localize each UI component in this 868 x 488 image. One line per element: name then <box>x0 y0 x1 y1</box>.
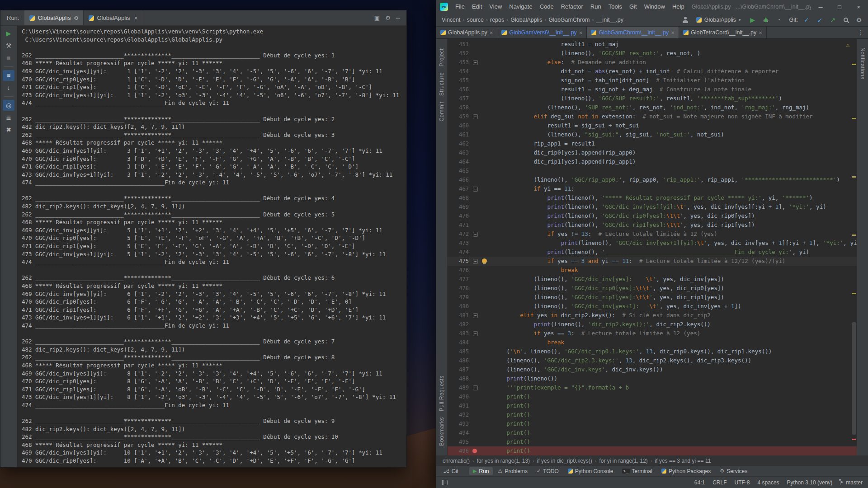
code-line[interactable]: 480 (lineno(), 'GGC/dic_inv[yes+1]: \t',… <box>448 302 857 311</box>
code-editor[interactable]: 451 result1 = not_maj452 (lineno(), 'GGC… <box>448 39 857 455</box>
nav-breadcrumb-item[interactable]: GlobGamChrom <box>547 17 590 23</box>
status-indent[interactable]: 4 spaces <box>758 479 779 486</box>
line-number[interactable]: 468 <box>448 193 471 202</box>
stripe-button-commit[interactable]: Commit <box>439 102 445 122</box>
code-line[interactable]: 464 dic_rip1[yes].append(rip_app1) <box>448 157 857 166</box>
line-number[interactable]: 454 <box>448 67 471 76</box>
code-line[interactable]: 474 print(lineno(), '___________________… <box>448 248 857 257</box>
toolwindow-button-services[interactable]: ⚙Services <box>716 467 751 475</box>
breadcrumb-item[interactable]: chromatic() <box>443 458 470 464</box>
code-line[interactable]: 473 print(lineno(), 'GGC/dic_inv[yes+1][… <box>448 239 857 248</box>
line-number[interactable]: 482 <box>448 320 471 329</box>
pin-icon[interactable] <box>74 15 79 20</box>
fold-icon[interactable]: − <box>473 232 478 237</box>
stripe-button-project[interactable]: Project <box>439 48 445 66</box>
line-number[interactable]: 466 <box>448 175 471 184</box>
code-line[interactable]: 487 (lineno(), 'GGC/dic_inv.keys', dic_i… <box>448 365 857 374</box>
close-icon[interactable]: × <box>134 14 137 22</box>
run-tab[interactable]: GlobalApplis <box>24 10 84 25</box>
breadcrumb-item[interactable]: for yes in range(1, 13) <box>477 458 530 464</box>
status-encoding[interactable]: UTF-8 <box>735 479 750 486</box>
stripe-button-bookmarks[interactable]: Bookmarks <box>439 417 445 446</box>
run-button[interactable]: ▶ <box>748 15 757 24</box>
line-number[interactable]: 477 <box>448 275 471 284</box>
code-line[interactable]: 463 dic_rip0[yes].append(rip_app0) <box>448 148 857 157</box>
close-icon[interactable]: × <box>579 29 583 36</box>
run-tab[interactable]: GlobalApplis× <box>84 10 143 25</box>
line-number[interactable]: 465 <box>448 166 471 175</box>
stripe-button-pull-requests[interactable]: Pull Requests <box>439 375 445 411</box>
fold-icon[interactable]: − <box>473 259 478 264</box>
code-line[interactable]: 486 (lineno(), 'GGC/dic_rip2.3.keys:', 1… <box>448 356 857 365</box>
intention-bulb-icon[interactable] <box>482 258 487 263</box>
toolwindow-button-run[interactable]: ▶Run <box>469 467 492 475</box>
line-number[interactable]: 485 <box>448 347 471 356</box>
code-line[interactable]: 496 print() <box>448 446 857 455</box>
fold-icon[interactable]: − <box>473 313 478 318</box>
code-line[interactable]: 479 (lineno(), 'GGC/dic_rip1[yes]:\t\t',… <box>448 293 857 302</box>
menu-refactor[interactable]: Refactor <box>557 0 587 14</box>
code-line[interactable]: 475− if yes == 3 and yi == 11: # Lecture… <box>448 257 857 266</box>
menu-window[interactable]: Window <box>641 0 669 14</box>
code-line[interactable]: 484 break <box>448 338 857 347</box>
code-line[interactable]: 469 print(lineno(), 'GGC/dic_inv[yes][yi… <box>448 202 857 211</box>
toolwindow-button-python-console[interactable]: Python Console <box>564 467 617 475</box>
line-number[interactable]: 452 <box>448 49 471 58</box>
menu-view[interactable]: View <box>486 0 505 14</box>
minimize-button[interactable]: ─ <box>811 0 830 14</box>
search-icon[interactable] <box>841 15 850 24</box>
code-line[interactable]: 489− '''print(exemple = "{}".format(a + … <box>448 383 857 392</box>
editor-tab[interactable]: GlobGamChrom\__init__.py× <box>587 27 679 38</box>
code-line[interactable]: 483− if yes == 3: # Lecture totale limit… <box>448 329 857 338</box>
inspections-widget[interactable]: ⚠ <box>846 40 849 49</box>
line-number[interactable]: 456 <box>448 85 471 94</box>
code-line[interactable]: 482 print(lineno(), 'dic_rip2.keys():', … <box>448 320 857 329</box>
git-commit-check-icon[interactable]: ✓ <box>802 15 811 24</box>
line-number[interactable]: 462 <box>448 139 471 148</box>
code-line[interactable]: 491 print() <box>448 401 857 410</box>
fold-icon[interactable]: − <box>473 385 478 390</box>
code-line[interactable]: 490 print() <box>448 392 857 401</box>
line-number[interactable]: 475 <box>448 257 471 266</box>
menu-tools[interactable]: Tools <box>605 0 626 14</box>
menu-file[interactable]: File <box>452 0 468 14</box>
code-line[interactable]: 477 (lineno(), 'GGC/dic_inv[yes]: \t', y… <box>448 275 857 284</box>
line-number[interactable]: 457 <box>448 94 471 103</box>
line-number[interactable]: 489 <box>448 383 471 392</box>
run-window-titlebar[interactable]: Run: GlobalApplisGlobalApplis× ▣⚙─ <box>0 10 406 26</box>
breadcrumb-item[interactable]: if yes == 3 and yi == 11 <box>655 458 711 464</box>
nav-breadcrumb-item[interactable]: GlobalApplis <box>509 17 543 23</box>
breakpoint-icon[interactable] <box>472 449 477 453</box>
nav-breadcrumb-item[interactable]: repos <box>489 17 505 23</box>
scrollbar-thumb[interactable] <box>852 322 856 435</box>
code-line[interactable]: 468 print(lineno(), '***** Résultat prog… <box>448 193 857 202</box>
nav-breadcrumb-item[interactable]: Vincent <box>441 17 461 23</box>
line-number[interactable]: 493 <box>448 419 471 428</box>
line-number[interactable]: 496 <box>448 446 471 455</box>
line-number[interactable]: 451 <box>448 40 471 49</box>
line-number[interactable]: 472 <box>448 230 471 239</box>
code-line[interactable]: 476 break <box>448 266 857 275</box>
code-line[interactable]: 470 print(lineno(), 'GGC/dic_rip0[yes]:\… <box>448 211 857 221</box>
console-output[interactable]: C:\Users\Vincent\source\repos\GlobalAppl… <box>17 26 406 467</box>
fold-icon[interactable]: − <box>473 331 478 336</box>
fold-icon[interactable]: − <box>473 114 478 119</box>
status-interpreter[interactable]: Python 3.10 (venv) <box>787 479 833 486</box>
line-number[interactable]: 474 <box>448 248 471 257</box>
fold-icon[interactable]: − <box>473 60 478 65</box>
fold-icon[interactable]: − <box>473 187 478 192</box>
status-git-branch[interactable]: master <box>840 479 863 486</box>
git-push-icon[interactable]: ↗ <box>828 15 837 24</box>
settings-gear-icon[interactable]: ⚙ <box>854 15 863 24</box>
line-number[interactable]: 484 <box>448 338 471 347</box>
line-number[interactable]: 458 <box>448 103 471 112</box>
code-line[interactable]: 461 (lineno(), "sig_sui:", sig_sui, 'not… <box>448 130 857 139</box>
menu-run[interactable]: Run <box>587 0 605 14</box>
pin-output-icon[interactable]: ◎ <box>3 100 14 111</box>
code-line[interactable]: 457 (lineno(), 'GGC/SUP result1:', resul… <box>448 94 857 103</box>
git-update-icon[interactable]: ↙ <box>815 15 824 24</box>
rerun-icon[interactable]: ▶ <box>3 28 14 39</box>
toolwindow-button-git[interactable]: ⎇Git <box>440 467 462 475</box>
menu-code[interactable]: Code <box>536 0 557 14</box>
close-icon[interactable]: × <box>671 29 675 36</box>
